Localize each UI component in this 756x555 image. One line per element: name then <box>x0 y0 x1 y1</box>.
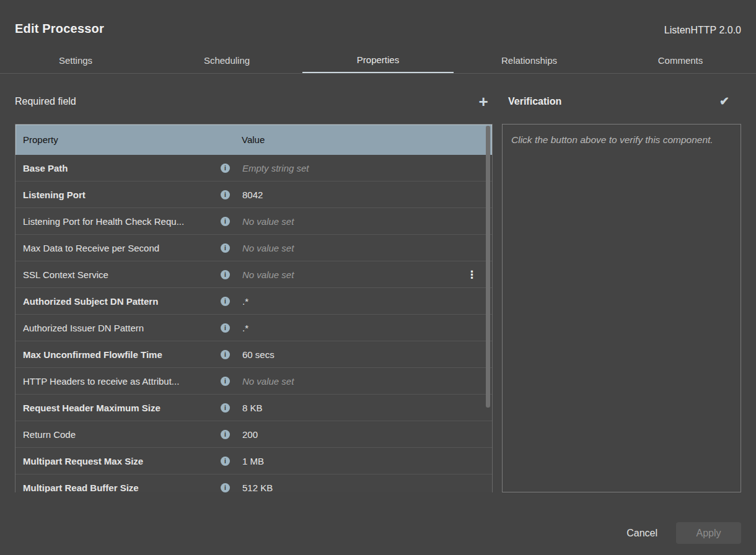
table-row[interactable]: Request Header Maximum Sizei8 KB <box>15 395 492 421</box>
property-value[interactable]: No value set <box>242 243 294 253</box>
table-row[interactable]: Listening Port for Health Check Requ...i… <box>15 208 492 235</box>
info-icon[interactable]: i <box>221 430 230 439</box>
tab-bar: Settings Scheduling Properties Relations… <box>0 47 756 74</box>
property-value[interactable]: .* <box>242 323 248 333</box>
table-row[interactable]: Base PathiEmpty string set <box>15 155 492 181</box>
property-value[interactable]: 8 KB <box>242 403 263 413</box>
info-icon[interactable]: i <box>221 217 230 226</box>
property-value[interactable]: 8042 <box>242 190 263 200</box>
property-name: Authorized Subject DN Pattern <box>23 296 221 307</box>
property-name: Listening Port for Health Check Requ... <box>23 216 221 227</box>
property-value[interactable]: Empty string set <box>242 163 309 173</box>
verification-label: Verification <box>508 96 561 107</box>
property-name: Multipart Read Buffer Size <box>23 483 221 493</box>
property-value[interactable]: No value set <box>242 216 294 227</box>
verification-message: Click the button above to verify this co… <box>503 125 741 156</box>
info-icon[interactable]: i <box>221 243 230 253</box>
info-icon[interactable]: i <box>221 164 230 173</box>
property-value[interactable]: 512 KB <box>242 483 273 493</box>
tab-properties[interactable]: Properties <box>302 47 454 73</box>
add-property-button[interactable]: + <box>474 92 493 111</box>
verification-panel: Click the button above to verify this co… <box>502 124 741 492</box>
table-row[interactable]: Listening Porti8042 <box>15 181 492 208</box>
table-row[interactable]: HTTP Headers to receive as Attribut...iN… <box>15 368 492 395</box>
property-name: HTTP Headers to receive as Attribut... <box>23 376 221 387</box>
table-row[interactable]: Authorized Subject DN Patterni.* <box>15 288 492 315</box>
table-scrollbar-thumb[interactable] <box>486 126 490 408</box>
property-name: Base Path <box>23 163 221 173</box>
verification-section-header: Verification ✔ <box>508 92 734 111</box>
processor-type-version: ListenHTTP 2.0.0 <box>664 25 741 36</box>
cancel-button[interactable]: Cancel <box>622 528 662 539</box>
tab-comments[interactable]: Comments <box>605 47 756 73</box>
apply-button[interactable]: Apply <box>676 522 741 544</box>
required-field-label: Required field <box>15 96 76 107</box>
edit-processor-dialog: Edit Processor ListenHTTP 2.0.0 Settings… <box>0 0 756 555</box>
table-row[interactable]: Authorized Issuer DN Patterni.* <box>15 315 492 341</box>
table-row[interactable]: Return Codei200 <box>15 421 492 448</box>
property-name: Multipart Request Max Size <box>23 456 221 466</box>
property-name: Max Data to Receive per Second <box>23 243 221 253</box>
property-value[interactable]: 60 secs <box>242 349 275 360</box>
info-icon[interactable]: i <box>221 403 230 413</box>
info-icon[interactable]: i <box>221 190 230 199</box>
table-row[interactable]: Multipart Request Max Sizei1 MB <box>15 448 492 474</box>
table-row[interactable]: Max Unconfirmed Flowfile Timei60 secs <box>15 341 492 368</box>
table-row[interactable]: Max Data to Receive per SecondiNo value … <box>15 235 492 261</box>
tab-relationships[interactable]: Relationships <box>454 47 605 73</box>
tab-scheduling[interactable]: Scheduling <box>151 47 302 73</box>
property-name: SSL Context Service <box>23 269 221 280</box>
info-icon[interactable]: i <box>221 377 230 386</box>
properties-table-body: Base PathiEmpty string setListening Port… <box>15 155 492 492</box>
column-header-property: Property <box>23 134 242 145</box>
plus-icon: + <box>478 92 488 111</box>
dialog-footer: Cancel Apply <box>622 522 741 544</box>
info-icon[interactable]: i <box>221 350 230 359</box>
tab-settings[interactable]: Settings <box>0 47 151 73</box>
property-value[interactable]: No value set <box>242 376 294 387</box>
info-icon[interactable]: i <box>221 323 230 333</box>
property-value[interactable]: .* <box>242 296 248 307</box>
property-value[interactable]: 1 MB <box>242 456 264 466</box>
property-name: Max Unconfirmed Flowfile Time <box>23 349 221 360</box>
property-value[interactable]: No value set <box>242 269 294 280</box>
table-header-row: Property Value <box>15 125 492 155</box>
property-name: Authorized Issuer DN Pattern <box>23 323 221 333</box>
info-icon[interactable]: i <box>221 457 230 466</box>
table-row[interactable]: SSL Context ServiceiNo value set⋮ <box>15 261 492 288</box>
table-row[interactable]: Multipart Read Buffer Sizei512 KB <box>15 474 492 492</box>
property-name: Listening Port <box>23 190 221 200</box>
info-icon[interactable]: i <box>221 297 230 306</box>
property-value[interactable]: 200 <box>242 429 258 440</box>
column-header-value: Value <box>242 134 265 145</box>
info-icon[interactable]: i <box>221 483 230 492</box>
info-icon[interactable]: i <box>221 270 230 279</box>
properties-table: Property Value Base PathiEmpty string se… <box>15 124 493 492</box>
properties-section-header: Required field + <box>15 92 493 111</box>
property-name: Request Header Maximum Size <box>23 403 221 413</box>
verify-button[interactable]: ✔ <box>715 92 734 111</box>
property-name: Return Code <box>23 429 221 440</box>
dialog-title: Edit Processor <box>15 22 104 36</box>
more-options-icon[interactable]: ⋮ <box>467 269 477 280</box>
check-icon: ✔ <box>719 92 729 111</box>
